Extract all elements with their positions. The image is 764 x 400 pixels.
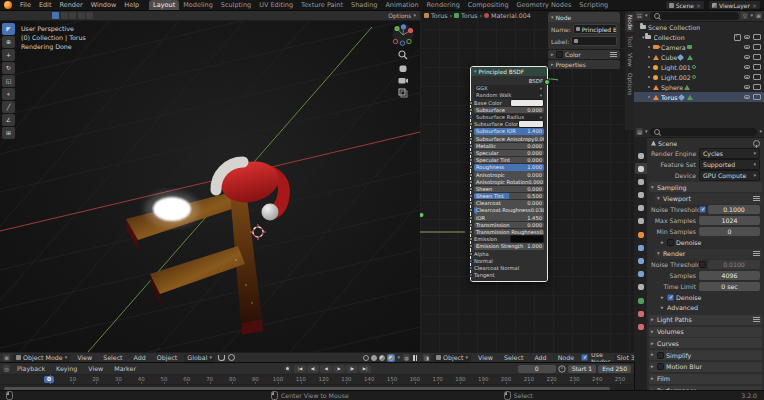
node-input-socket[interactable] [469,129,473,133]
disable-render-icon[interactable] [753,94,761,100]
node-input-socket[interactable] [469,151,473,155]
node-input-socket[interactable] [469,237,473,241]
app-menu-item[interactable]: Render [55,0,86,10]
node-input-row[interactable]: Subsurface Anisotropy 0.000 [474,135,544,142]
node-value-slider[interactable]: Anisotropic Rotation 0.000 [474,178,544,185]
app-menu-item[interactable]: File [16,0,35,10]
zoom-icon[interactable] [398,50,408,60]
node-enum-dropdown[interactable]: GGX▾ [474,85,544,92]
node-input-row[interactable]: Base Color [474,99,544,106]
pause-render-button[interactable] [413,355,417,361]
display-mode-icon[interactable]: ☷ [636,12,643,19]
outliner-item[interactable]: Torus [634,92,764,102]
node-input-row[interactable]: Sheen Tint 0.500 [474,193,544,200]
presets-icon[interactable] [753,317,760,322]
tab-texture[interactable] [635,321,647,332]
timeline-menu-item[interactable]: View [84,364,107,374]
panel-checkbox[interactable] [657,363,664,370]
node-name-field[interactable]: Principled BSDF [573,24,617,34]
tab-output[interactable] [635,176,647,187]
properties-row[interactable]: Simplify [649,350,762,360]
sidebar-tab[interactable]: Tool [625,34,634,49]
viewport-canvas[interactable]: User Perspective (0) Collection | Torus … [0,20,420,352]
tab-scene[interactable] [635,203,647,214]
properties-row[interactable]: Min Samples 0 [649,226,762,236]
node-input-socket[interactable] [469,165,473,169]
unlink-icon[interactable]: × [696,2,701,9]
prop-checkbox[interactable] [699,206,706,213]
properties-row[interactable]: Render Engine Cycles ▾ [649,149,762,159]
transform-orientation-dropdown[interactable]: Global ▾ [184,354,215,362]
value-field[interactable]: 1024 [699,216,760,225]
properties-row[interactable]: Max Samples 1024 [649,216,762,226]
properties-row[interactable]: Advanced [659,303,762,313]
hide-eye-icon[interactable] [744,45,750,49]
tool-rotate[interactable]: ↻ [2,62,15,74]
node-input-socket[interactable] [469,101,473,105]
filter-icon[interactable]: ▽ [741,12,748,19]
tool-options-dropdown[interactable]: Options▾ [388,12,416,19]
node-input-row[interactable]: Anisotropic 0.000 [474,171,544,178]
tab-world[interactable] [635,216,647,227]
workspace-tab[interactable]: Shading [347,0,381,10]
play-reverse-button[interactable]: ◀ [320,365,332,373]
node-input-socket[interactable] [469,115,473,119]
node-input-socket[interactable] [469,173,473,177]
scene-collection-row[interactable]: Scene Collection [634,22,764,32]
node-input-row[interactable]: Clearcoat 0.000 [474,200,544,207]
timeline-menu-item[interactable]: Keying [52,364,81,374]
frame-end-field[interactable]: End250 [598,365,631,373]
node-input-row[interactable]: Specular 0.000 [474,150,544,157]
rendered-shading-icon[interactable] [387,354,395,362]
properties-row[interactable]: Feature Set Supported ▾ [649,160,762,170]
editor-type-icon[interactable]: ◷ [3,365,10,372]
tool-select-box[interactable]: ◤ [2,23,15,35]
app-menu-item[interactable]: Help [120,0,143,10]
hide-eye-icon[interactable] [744,35,750,39]
node-input-row[interactable]: Tangent [474,272,544,279]
tab-modifiers[interactable] [635,242,647,253]
solid-shading-icon[interactable] [371,355,377,361]
node-input-row[interactable]: Emission [474,236,544,243]
workspace-tab[interactable]: Animation [381,0,422,10]
node-value-slider[interactable]: Transmission 0.000 [474,222,544,229]
hide-eye-icon[interactable] [744,75,750,79]
node-value-slider[interactable]: Specular Tint 0.000 [474,157,544,164]
disable-render-icon[interactable] [753,54,761,60]
node-input-socket[interactable] [469,180,473,184]
tab-tool[interactable] [635,150,647,161]
shader-menu-item[interactable]: Node [554,353,578,363]
exclude-checkbox[interactable] [734,34,741,41]
properties-row[interactable]: Volumes [649,327,762,337]
mode-option-icon[interactable] [78,12,85,19]
color-swatch[interactable] [510,235,544,243]
disable-render-icon[interactable] [753,64,761,70]
node-input-row[interactable]: Random Walk▾ [474,92,544,99]
node-input-socket[interactable] [469,201,473,205]
viewport-menu-item[interactable]: Object [153,353,182,363]
collection-row[interactable]: ▾ Collection [634,32,764,42]
node-value-slider[interactable]: Emission Strength 1.000 [474,243,544,250]
overlays-toggle-icon[interactable]: ◍ [403,354,410,361]
node-value-slider[interactable]: Clearcoat 0.000 [474,200,544,207]
shader-menu-item[interactable]: View [474,353,497,363]
tab-particles[interactable] [635,256,647,267]
node-input-row[interactable]: Emission Strength 1.000 [474,243,544,250]
node-input-socket[interactable] [469,208,473,212]
use-nodes-checkbox[interactable] [581,354,588,361]
hide-eye-icon[interactable] [744,85,750,89]
mode-option-icon[interactable] [69,12,76,19]
node-input-socket[interactable] [469,266,473,270]
mode-dropdown[interactable]: Object Mode ▾ [13,354,70,362]
enum-dropdown[interactable]: GPU Compute ▾ [699,170,760,181]
shader-context-dropdown[interactable]: Object ▾ [433,354,471,362]
node-input-row[interactable]: GGX▾ [474,85,544,92]
app-menu-item[interactable]: Window [87,0,121,10]
shader-menu-item[interactable]: Add [530,353,550,363]
node-input-socket[interactable] [469,223,473,227]
hide-eye-icon[interactable] [744,95,750,99]
snap-magnet-icon[interactable] [218,355,225,361]
outliner-item[interactable]: Camera [634,42,764,52]
prop-checkbox[interactable] [699,261,706,268]
value-field[interactable]: 0 [699,227,760,236]
